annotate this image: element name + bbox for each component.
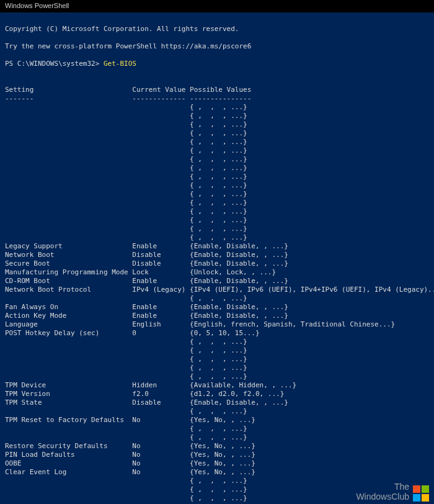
terminal-body[interactable]: Copyright (C) Microsoft Corporation. All… [0,12,434,504]
pscore-hint: Try the new cross-platform PowerShell ht… [5,42,251,50]
command-text: Get-BIOS [104,60,136,68]
watermark-text: The WindowsClub [356,482,409,502]
output-table: Setting Current Value Possible Values --… [5,86,434,504]
copyright-line: Copyright (C) Microsoft Corporation. All… [5,25,239,33]
window-titlebar: Windows PowerShell [0,0,434,12]
watermark-line1: The [356,482,409,492]
windows-logo-icon [413,485,429,502]
window-title: Windows PowerShell [5,2,69,9]
prompt-1: PS C:\WINDOWS\system32> [5,60,104,68]
watermark: The WindowsClub [356,482,429,502]
watermark-line2: WindowsClub [356,492,409,502]
